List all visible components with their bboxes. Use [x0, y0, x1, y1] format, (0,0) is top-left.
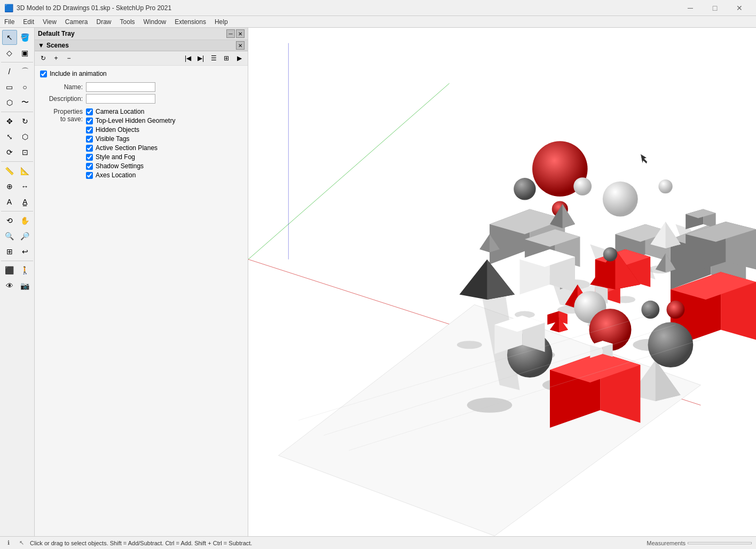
scale-tool-button[interactable]: ⤡	[2, 129, 17, 144]
menu-edit[interactable]: Edit	[19, 16, 38, 28]
scenes-left-button[interactable]: |◀	[183, 53, 193, 64]
freehand-tool-button[interactable]: 〜	[18, 95, 33, 110]
menu-window[interactable]: Window	[139, 16, 171, 28]
zoomwindow-tool-button[interactable]: 🔎	[18, 229, 33, 244]
svg-point-90	[648, 322, 694, 367]
close-button[interactable]: ✕	[727, 0, 752, 16]
pan-tool-button[interactable]: ✋	[18, 213, 33, 228]
polygon-tool-button[interactable]: ⬡	[2, 95, 17, 110]
visible-tags-label: Visible Tags	[96, 135, 130, 143]
lookaround-tool-button[interactable]: 👁	[2, 278, 17, 293]
scenes-collapse-arrow[interactable]: ▼	[38, 42, 44, 49]
tool-row-section: ⬛ 🚶	[2, 263, 33, 278]
style-and-fog-checkbox[interactable]	[86, 154, 93, 161]
properties-checkboxes: Camera Location Top-Level Hidden Geometr…	[86, 108, 175, 181]
pushpull-tool-button[interactable]: ⬡	[18, 129, 33, 144]
paint-tool-button[interactable]: 🪣	[18, 30, 33, 45]
svg-point-5	[467, 398, 513, 413]
viewport[interactable]	[248, 28, 756, 536]
walkthrough-tool-button[interactable]: 🚶	[18, 263, 33, 278]
followme-tool-button[interactable]: ⟳	[2, 145, 17, 160]
zoomall-tool-button[interactable]: ⊞	[2, 244, 17, 259]
offset-tool-button[interactable]: ⊡	[18, 145, 33, 160]
tool-row-orbit: ⟲ ✋	[2, 213, 33, 228]
maximize-button[interactable]: □	[703, 0, 727, 16]
top-level-hidden-row: Top-Level Hidden Geometry	[86, 117, 175, 124]
scenes-close-button[interactable]: ✕	[236, 41, 245, 50]
scenes-thumb-button[interactable]: ⊞	[221, 53, 232, 64]
titlebar: 🟦 3D Model to 2D Drawings 01.skp - Sketc…	[0, 0, 756, 16]
menu-extensions[interactable]: Extensions	[170, 16, 210, 28]
dimension-tool-button[interactable]: ↔	[18, 179, 33, 194]
visible-tags-checkbox[interactable]	[86, 136, 93, 143]
protractor-tool-button[interactable]: 📐	[18, 163, 33, 178]
shadow-settings-checkbox[interactable]	[86, 163, 93, 170]
measurements-box[interactable]	[688, 542, 752, 544]
arc-tool-button[interactable]: ⌒	[18, 64, 33, 79]
tool-row-select: ↖ 🪣	[2, 30, 33, 45]
menu-help[interactable]: Help	[210, 16, 232, 28]
measurements-label: Measurements	[647, 540, 686, 546]
position-tool-button[interactable]: 📷	[18, 278, 33, 293]
svg-point-93	[658, 179, 672, 193]
scenes-add-button[interactable]: +	[51, 53, 61, 64]
section-tool-button[interactable]: ⬛	[2, 263, 17, 278]
axes-location-checkbox[interactable]	[86, 172, 93, 179]
scenes-content: Include in animation Name: Description: …	[35, 66, 248, 536]
menu-draw[interactable]: Draw	[92, 16, 116, 28]
scenes-toolbar: ↻ + − |◀ ▶| ☰ ⊞ ▶	[35, 51, 248, 66]
rect-tool-button[interactable]: ▭	[2, 80, 17, 95]
texture-tool-button[interactable]: ▣	[18, 45, 33, 60]
shadow-settings-label: Shadow Settings	[96, 162, 144, 170]
menu-tools[interactable]: Tools	[116, 16, 139, 28]
scenes-detail-button[interactable]: ▶	[234, 53, 245, 64]
minimize-button[interactable]: ─	[678, 0, 703, 16]
svg-point-89	[641, 301, 659, 319]
app-icon: 🟦	[4, 4, 13, 12]
camera-location-checkbox[interactable]	[86, 108, 93, 115]
tray-header: Default Tray ─ ✕	[35, 28, 248, 40]
window-controls: ─ □ ✕	[678, 0, 752, 16]
scenes-delete-button[interactable]: −	[64, 53, 74, 64]
axes-tool-button[interactable]: ⊕	[2, 179, 17, 194]
tool-row-move: ✥ ↻	[2, 114, 33, 129]
top-level-hidden-checkbox[interactable]	[86, 117, 93, 124]
tray-title: Default Tray	[38, 30, 75, 37]
zoom-tool-button[interactable]: 🔍	[2, 229, 17, 244]
circle-tool-button[interactable]: ○	[18, 80, 33, 95]
scenes-title: Scenes	[46, 42, 69, 49]
description-input[interactable]	[86, 94, 155, 104]
tool-row-zoom: 🔍 🔎	[2, 229, 33, 244]
tray-pin-button[interactable]: ─	[226, 29, 235, 38]
text-tool-button[interactable]: A	[2, 194, 17, 209]
main-layout: ↖ 🪣 ◇ ▣ / ⌒ ▭ ○ ⬡ 〜 ✥ ↻ ⤡ ⬡ ⟳	[0, 28, 756, 536]
menu-view[interactable]: View	[38, 16, 61, 28]
axes-location-row: Axes Location	[86, 171, 175, 179]
scenes-refresh-button[interactable]: ↻	[38, 53, 49, 64]
statusbar-select-icon: ↖	[17, 539, 26, 547]
rotate-tool-button[interactable]: ↻	[18, 114, 33, 129]
move-tool-button[interactable]: ✥	[2, 114, 17, 129]
scenes-list-button[interactable]: ☰	[208, 53, 219, 64]
active-section-planes-checkbox[interactable]	[86, 145, 93, 152]
line-tool-button[interactable]: /	[2, 64, 17, 79]
visible-tags-row: Visible Tags	[86, 135, 175, 143]
menu-file[interactable]: File	[0, 16, 19, 28]
include-animation-checkbox[interactable]	[40, 70, 47, 77]
window-title: 3D Model to 2D Drawings 01.skp - SketchU…	[17, 4, 171, 12]
description-row: Description:	[40, 94, 242, 104]
3dtext-tool-button[interactable]: A̳	[18, 194, 33, 209]
tape-tool-button[interactable]: 📏	[2, 163, 17, 178]
statusbar: ℹ ↖ Click or drag to select objects. Shi…	[0, 536, 756, 549]
select-tool-button[interactable]: ↖	[2, 30, 17, 45]
name-input[interactable]	[86, 82, 155, 92]
tray-close-button[interactable]: ✕	[236, 29, 245, 38]
scenes-right-button[interactable]: ▶|	[195, 53, 206, 64]
prevview-tool-button[interactable]: ↩	[18, 244, 33, 259]
eraser-tool-button[interactable]: ◇	[2, 45, 17, 60]
tool-row-polygon: ⬡ 〜	[2, 95, 33, 110]
menu-camera[interactable]: Camera	[61, 16, 92, 28]
hidden-objects-checkbox[interactable]	[86, 127, 93, 134]
svg-point-92	[603, 247, 617, 261]
orbit-tool-button[interactable]: ⟲	[2, 213, 17, 228]
